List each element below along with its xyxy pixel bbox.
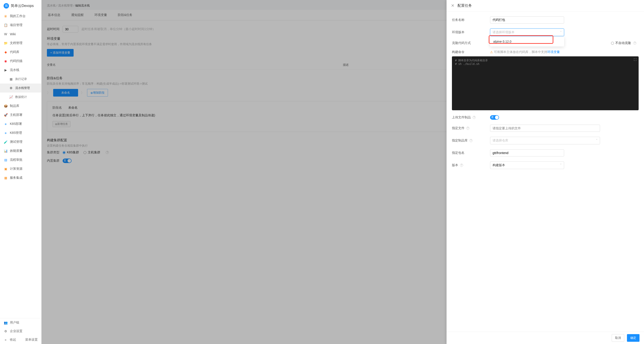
user-group-icon: 👥 — [4, 321, 8, 325]
help-icon[interactable]: ? — [460, 164, 463, 167]
nav-icon: ◉ — [4, 59, 8, 63]
sidebar-item[interactable]: 🧪测试管理 — [0, 137, 41, 146]
collapse-icon[interactable]: « — [4, 338, 8, 342]
menu-settings[interactable]: 菜单设置 — [25, 338, 38, 342]
nav: 🖥我的工作台📋项目管理WWiki📁文档管理◆代码库◉代码扫描▶流水线▦执行记录⚙… — [0, 12, 41, 318]
env-version-dropdown: alpine-3.12.0 — [490, 37, 564, 47]
sidebar-item[interactable]: ▤流程审批 — [0, 155, 41, 164]
sidebar-item[interactable]: ▦服务集成 — [0, 173, 41, 182]
sidebar-item[interactable]: ◉代码扫描 — [0, 57, 41, 66]
sidebar-subitem[interactable]: ▦执行记录 — [0, 75, 41, 84]
nav-icon: 📋 — [4, 23, 8, 27]
sidebar-item[interactable]: ▣计算资源 — [0, 164, 41, 173]
nav-icon: ▦ — [9, 77, 13, 81]
file-input[interactable] — [490, 125, 600, 132]
nav-icon: ⎈ — [4, 131, 8, 135]
chevron-down-icon: ˅ — [596, 139, 598, 143]
pkg-label: 指定包名 — [452, 151, 490, 155]
env-version-label: 环境版本 — [452, 30, 490, 34]
pkg-input[interactable] — [490, 149, 564, 157]
nav-icon: ▶ — [4, 68, 8, 72]
nav-enterprise[interactable]: ⚙ 企业设置 — [0, 327, 41, 335]
sidebar-item[interactable]: 🖥我的工作台 — [0, 12, 41, 21]
brand-logo: 简 — [4, 3, 9, 9]
nav-icon: ▤ — [4, 158, 8, 162]
nav-icon: 📦 — [4, 104, 8, 108]
nav-user-group[interactable]: 👥 用户组 — [0, 318, 41, 327]
radio-no-clone[interactable]: 不自动克隆? — [611, 41, 636, 45]
sidebar-item[interactable]: 📦制品库 — [0, 102, 41, 111]
sidebar-item[interactable]: ⎈K8S部署 — [0, 119, 41, 128]
drawer-foot: 取消 确定 — [446, 332, 644, 344]
env-var-link[interactable]: 环境变量 — [547, 50, 560, 54]
env-version-select[interactable]: 请选择环境版本 ˅ — [490, 29, 564, 36]
main: 流水线 / 流水线管理 / 编辑流水线 基本信息通知提醒环境变量阶段&任务 超时… — [42, 0, 644, 344]
nav-icon: ⚙ — [9, 86, 13, 90]
nav-icon: ▦ — [4, 176, 8, 180]
nav-collapse-row: « 收起 菜单设置 — [0, 335, 41, 344]
help-icon[interactable]: ? — [633, 42, 636, 45]
repo-label: 指定制品库 ? — [452, 139, 490, 143]
upload-toggle[interactable]: 是 — [490, 115, 499, 120]
chevron-down-icon: ˅ — [560, 31, 562, 34]
cancel-button[interactable]: 取消 — [612, 334, 624, 342]
ver-select[interactable]: 构建版本 ˅ — [490, 161, 564, 169]
nav-icon: W — [4, 32, 8, 36]
nav-footer: 👥 用户组 ⚙ 企业设置 « 收起 菜单设置 — [0, 318, 41, 344]
sidebar-subitem[interactable]: 📈数据统计 — [0, 93, 41, 102]
nav-icon: ⎈ — [4, 122, 8, 126]
confirm-button[interactable]: 确定 — [627, 334, 640, 342]
task-name-label: 任务名称 — [452, 18, 490, 22]
expand-icon[interactable]: ⛶ — [634, 58, 636, 61]
nav-icon: 🧪 — [4, 140, 8, 144]
nav-icon: ▣ — [4, 167, 8, 171]
drawer-title: 配置任务 — [458, 3, 472, 8]
sidebar: 简 简单云Devops 🖥我的工作台📋项目管理WWiki📁文档管理◆代码库◉代码… — [0, 0, 42, 344]
help-icon[interactable]: ? — [470, 139, 472, 142]
chevron-down-icon: ˅ — [560, 163, 562, 167]
file-label: 指定文件 ? — [452, 126, 490, 130]
build-cmd-warn: 可将脚本主体放在代码库，脚本中支持 — [494, 50, 547, 54]
warn-icon: ⚠ — [490, 50, 493, 54]
nav-icon: 📈 — [9, 95, 13, 99]
sidebar-item[interactable]: ⎈K8S管理 — [0, 128, 41, 137]
build-cmd-label: 构建命令 — [452, 50, 490, 54]
sidebar-item[interactable]: ▶流水线 — [0, 66, 41, 75]
nav-icon: 📊 — [4, 149, 8, 153]
nav-icon: 📁 — [4, 41, 8, 45]
drawer-body: 任务名称 环境版本 请选择环境版本 ˅ alpine-3.12.0 — [446, 12, 644, 332]
brand-name: 简单云Devops — [11, 4, 34, 8]
sidebar-item[interactable]: 📋项目管理 — [0, 21, 41, 30]
nav-icon: 🚀 — [4, 113, 8, 117]
repo-select[interactable]: 请选择仓库 ˅ — [490, 137, 600, 144]
upload-label: 上传文件制品 ? — [452, 115, 490, 119]
help-icon[interactable]: ? — [472, 116, 476, 119]
nav-icon: 🖥 — [4, 14, 8, 18]
drawer: ✕ 配置任务 任务名称 环境版本 请选择环境版本 ˅ — [446, 0, 644, 344]
nav-icon: ◆ — [4, 50, 8, 54]
sidebar-item[interactable]: 📊效能度量 — [0, 146, 41, 155]
collapse-label[interactable]: 收起 — [10, 338, 16, 342]
close-icon[interactable]: ✕ — [451, 3, 454, 8]
task-name-input[interactable] — [490, 17, 564, 24]
code-editor[interactable]: # 脚本目录为代码库根目录 # sh ./build.sh ⛶ — [452, 56, 638, 110]
help-icon[interactable]: ? — [466, 127, 470, 130]
drawer-head: ✕ 配置任务 — [446, 0, 644, 12]
ver-label: 版本 ? — [452, 163, 490, 167]
env-version-option[interactable]: alpine-3.12.0 — [490, 38, 564, 45]
sidebar-item[interactable]: 🚀主机部署 — [0, 111, 41, 119]
sidebar-item[interactable]: 📁文档管理 — [0, 39, 41, 48]
sidebar-subitem[interactable]: ⚙流水线管理 — [0, 84, 41, 93]
sidebar-item[interactable]: WWiki — [0, 30, 41, 39]
clone-label: 克隆代码方式 — [452, 41, 490, 45]
sidebar-item[interactable]: ◆代码库 — [0, 48, 41, 57]
brand: 简 简单云Devops — [0, 0, 41, 12]
gear-icon: ⚙ — [4, 329, 8, 333]
